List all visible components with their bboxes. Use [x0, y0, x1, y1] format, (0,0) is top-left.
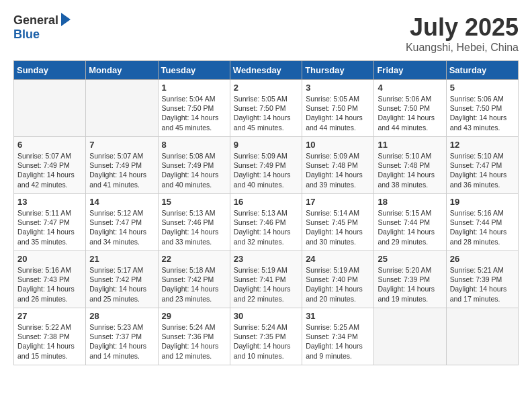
day-number: 15 — [162, 197, 226, 207]
day-content: Sunrise: 5:08 AM Sunset: 7:49 PM Dayligh… — [162, 151, 226, 189]
calendar-week-2: 6Sunrise: 5:07 AM Sunset: 7:49 PM Daylig… — [14, 137, 519, 194]
calendar-cell: 19Sunrise: 5:16 AM Sunset: 7:44 PM Dayli… — [446, 194, 518, 251]
day-number: 10 — [306, 140, 370, 150]
calendar-cell: 26Sunrise: 5:21 AM Sunset: 7:39 PM Dayli… — [446, 251, 518, 308]
calendar-cell: 30Sunrise: 5:24 AM Sunset: 7:35 PM Dayli… — [230, 308, 302, 365]
logo-arrow-icon — [61, 13, 71, 26]
day-content: Sunrise: 5:04 AM Sunset: 7:50 PM Dayligh… — [162, 94, 226, 132]
calendar-cell: 28Sunrise: 5:23 AM Sunset: 7:37 PM Dayli… — [86, 308, 158, 365]
calendar-cell: 23Sunrise: 5:19 AM Sunset: 7:41 PM Dayli… — [230, 251, 302, 308]
day-number: 21 — [89, 254, 154, 264]
day-content: Sunrise: 5:19 AM Sunset: 7:41 PM Dayligh… — [234, 265, 298, 304]
day-number: 8 — [162, 140, 226, 150]
calendar-cell: 21Sunrise: 5:17 AM Sunset: 7:42 PM Dayli… — [86, 251, 158, 308]
day-number: 26 — [450, 254, 515, 264]
logo-general-text: General — [13, 13, 58, 28]
day-content: Sunrise: 5:06 AM Sunset: 7:50 PM Dayligh… — [378, 94, 442, 132]
day-number: 7 — [89, 140, 154, 150]
day-number: 30 — [234, 311, 298, 321]
calendar-cell: 29Sunrise: 5:24 AM Sunset: 7:36 PM Dayli… — [158, 308, 230, 365]
calendar-cell: 7Sunrise: 5:07 AM Sunset: 7:49 PM Daylig… — [86, 137, 158, 194]
calendar-cell: 4Sunrise: 5:06 AM Sunset: 7:50 PM Daylig… — [374, 80, 446, 137]
day-number: 31 — [306, 311, 370, 321]
day-number: 9 — [234, 140, 298, 150]
day-content: Sunrise: 5:06 AM Sunset: 7:50 PM Dayligh… — [450, 94, 515, 132]
day-content: Sunrise: 5:13 AM Sunset: 7:46 PM Dayligh… — [162, 208, 226, 246]
calendar-cell: 27Sunrise: 5:22 AM Sunset: 7:38 PM Dayli… — [14, 308, 86, 365]
page-header: General Blue July 2025 Kuangshi, Hebei, … — [13, 13, 519, 54]
title-area: July 2025 Kuangshi, Hebei, China — [406, 13, 519, 54]
day-number: 28 — [89, 311, 154, 321]
calendar-cell: 3Sunrise: 5:05 AM Sunset: 7:50 PM Daylig… — [302, 80, 374, 137]
day-number: 2 — [234, 83, 298, 93]
calendar-cell: 18Sunrise: 5:15 AM Sunset: 7:44 PM Dayli… — [374, 194, 446, 251]
day-number: 25 — [378, 254, 442, 264]
day-content: Sunrise: 5:17 AM Sunset: 7:42 PM Dayligh… — [89, 265, 154, 304]
day-number: 20 — [17, 254, 82, 264]
day-content: Sunrise: 5:07 AM Sunset: 7:49 PM Dayligh… — [17, 151, 82, 189]
day-number: 17 — [306, 197, 370, 207]
day-number: 1 — [162, 83, 226, 93]
day-content: Sunrise: 5:13 AM Sunset: 7:46 PM Dayligh… — [234, 208, 298, 246]
location-title: Kuangshi, Hebei, China — [406, 42, 519, 54]
day-content: Sunrise: 5:16 AM Sunset: 7:44 PM Dayligh… — [450, 208, 515, 246]
day-content: Sunrise: 5:24 AM Sunset: 7:35 PM Dayligh… — [234, 322, 298, 361]
month-title: July 2025 — [406, 13, 519, 42]
calendar-week-5: 27Sunrise: 5:22 AM Sunset: 7:38 PM Dayli… — [14, 308, 519, 365]
day-content: Sunrise: 5:20 AM Sunset: 7:39 PM Dayligh… — [378, 265, 442, 304]
day-content: Sunrise: 5:12 AM Sunset: 7:47 PM Dayligh… — [89, 208, 154, 246]
calendar-cell: 14Sunrise: 5:12 AM Sunset: 7:47 PM Dayli… — [86, 194, 158, 251]
day-content: Sunrise: 5:07 AM Sunset: 7:49 PM Dayligh… — [89, 151, 154, 189]
day-content: Sunrise: 5:21 AM Sunset: 7:39 PM Dayligh… — [450, 265, 515, 304]
calendar-cell: 2Sunrise: 5:05 AM Sunset: 7:50 PM Daylig… — [230, 80, 302, 137]
day-content: Sunrise: 5:16 AM Sunset: 7:43 PM Dayligh… — [17, 265, 82, 304]
header-day-sunday: Sunday — [14, 61, 86, 80]
day-number: 22 — [162, 254, 226, 264]
calendar-cell: 11Sunrise: 5:10 AM Sunset: 7:48 PM Dayli… — [374, 137, 446, 194]
calendar-cell: 1Sunrise: 5:04 AM Sunset: 7:50 PM Daylig… — [158, 80, 230, 137]
calendar-cell: 5Sunrise: 5:06 AM Sunset: 7:50 PM Daylig… — [446, 80, 518, 137]
day-content: Sunrise: 5:10 AM Sunset: 7:47 PM Dayligh… — [450, 151, 515, 189]
day-content: Sunrise: 5:05 AM Sunset: 7:50 PM Dayligh… — [306, 94, 370, 132]
calendar-cell: 9Sunrise: 5:09 AM Sunset: 7:49 PM Daylig… — [230, 137, 302, 194]
day-content: Sunrise: 5:23 AM Sunset: 7:37 PM Dayligh… — [89, 322, 154, 361]
day-content: Sunrise: 5:19 AM Sunset: 7:40 PM Dayligh… — [306, 265, 370, 304]
day-content: Sunrise: 5:09 AM Sunset: 7:49 PM Dayligh… — [234, 151, 298, 189]
day-number: 27 — [17, 311, 82, 321]
calendar-cell: 17Sunrise: 5:14 AM Sunset: 7:45 PM Dayli… — [302, 194, 374, 251]
day-number: 12 — [450, 140, 515, 150]
calendar-cell — [14, 80, 86, 137]
day-content: Sunrise: 5:18 AM Sunset: 7:42 PM Dayligh… — [162, 265, 226, 304]
day-content: Sunrise: 5:05 AM Sunset: 7:50 PM Dayligh… — [234, 94, 298, 132]
day-number: 5 — [450, 83, 515, 93]
day-number: 24 — [306, 254, 370, 264]
calendar-cell: 20Sunrise: 5:16 AM Sunset: 7:43 PM Dayli… — [14, 251, 86, 308]
day-number: 3 — [306, 83, 370, 93]
calendar-cell: 6Sunrise: 5:07 AM Sunset: 7:49 PM Daylig… — [14, 137, 86, 194]
header-day-wednesday: Wednesday — [230, 61, 302, 80]
calendar-table: SundayMondayTuesdayWednesdayThursdayFrid… — [13, 60, 519, 365]
header-day-saturday: Saturday — [446, 61, 518, 80]
calendar-cell: 31Sunrise: 5:25 AM Sunset: 7:34 PM Dayli… — [302, 308, 374, 365]
day-number: 16 — [234, 197, 298, 207]
calendar-week-4: 20Sunrise: 5:16 AM Sunset: 7:43 PM Dayli… — [14, 251, 519, 308]
day-number: 4 — [378, 83, 442, 93]
day-number: 13 — [17, 197, 82, 207]
day-number: 18 — [378, 197, 442, 207]
calendar-cell: 25Sunrise: 5:20 AM Sunset: 7:39 PM Dayli… — [374, 251, 446, 308]
day-content: Sunrise: 5:22 AM Sunset: 7:38 PM Dayligh… — [17, 322, 82, 361]
calendar-week-1: 1Sunrise: 5:04 AM Sunset: 7:50 PM Daylig… — [14, 80, 519, 137]
day-number: 11 — [378, 140, 442, 150]
day-number: 19 — [450, 197, 515, 207]
header-day-thursday: Thursday — [302, 61, 374, 80]
logo: General Blue — [13, 13, 71, 42]
calendar-cell — [86, 80, 158, 137]
logo-blue-text: Blue — [13, 28, 40, 42]
calendar-cell — [374, 308, 446, 365]
day-content: Sunrise: 5:14 AM Sunset: 7:45 PM Dayligh… — [306, 208, 370, 246]
calendar-cell: 15Sunrise: 5:13 AM Sunset: 7:46 PM Dayli… — [158, 194, 230, 251]
calendar-cell — [446, 308, 518, 365]
day-number: 14 — [89, 197, 154, 207]
calendar-header-row: SundayMondayTuesdayWednesdayThursdayFrid… — [14, 61, 519, 80]
day-content: Sunrise: 5:25 AM Sunset: 7:34 PM Dayligh… — [306, 322, 370, 361]
